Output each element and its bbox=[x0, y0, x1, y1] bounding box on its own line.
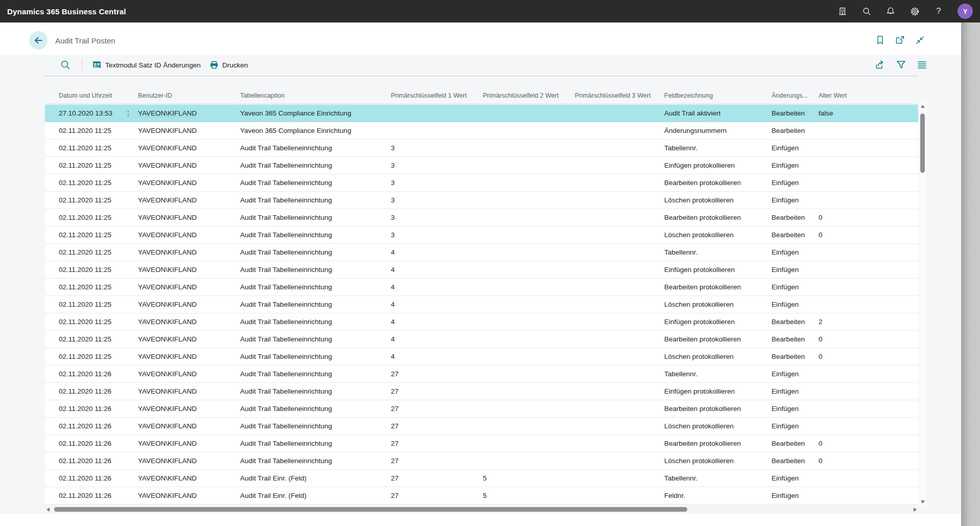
list-view-icon[interactable] bbox=[917, 59, 927, 70]
bookmark-icon[interactable] bbox=[875, 35, 885, 45]
column-header-field[interactable]: Feldbezeichnung bbox=[664, 92, 772, 99]
table-row[interactable]: 02.11.2020 11:25 YAVEON\KIFLAND Audit Tr… bbox=[45, 331, 918, 348]
scroll-down-arrow-icon[interactable] bbox=[921, 500, 925, 504]
table-row[interactable]: 02.11.2020 11:25 YAVEON\KIFLAND Audit Tr… bbox=[45, 261, 918, 279]
table-row[interactable]: 27.10.2020 13:53 YAVEON\KIFLAND Yaveon 3… bbox=[45, 105, 918, 122]
cell-pk1: 27 bbox=[391, 387, 483, 395]
column-header-pk3[interactable]: Primärschlüsselfeld 3 Wert bbox=[575, 92, 664, 99]
table-row[interactable]: 02.11.2020 11:26 YAVEON\KIFLAND Audit Tr… bbox=[45, 435, 918, 452]
cell-oldvalue: 2 bbox=[819, 318, 918, 326]
table-row[interactable]: 02.11.2020 11:25 YAVEON\KIFLAND Yaveon 3… bbox=[45, 122, 918, 140]
cell-field: Tabellennr. bbox=[664, 370, 772, 378]
cell-tablecaption: Audit Trail Tabelleneinrichtung bbox=[240, 162, 391, 169]
table-row[interactable]: 02.11.2020 11:26 YAVEON\KIFLAND Audit Tr… bbox=[45, 470, 918, 487]
vertical-scrollbar-thumb[interactable] bbox=[920, 113, 925, 173]
cell-datetime: 02.11.2020 11:25 bbox=[59, 266, 138, 273]
table-row[interactable]: 02.11.2020 11:25 YAVEON\KIFLAND Audit Tr… bbox=[45, 296, 918, 313]
scroll-up-arrow-icon[interactable] bbox=[921, 105, 925, 108]
cell-user[interactable]: YAVEON\KIFLAND bbox=[138, 162, 240, 169]
horizontal-scrollbar[interactable] bbox=[45, 506, 918, 513]
table-row[interactable]: 02.11.2020 11:25 YAVEON\KIFLAND Audit Tr… bbox=[45, 348, 918, 365]
table-row[interactable]: 02.11.2020 11:25 YAVEON\KIFLAND Audit Tr… bbox=[45, 244, 918, 261]
cell-user[interactable]: YAVEON\KIFLAND bbox=[138, 318, 240, 326]
column-header-user[interactable]: Benutzer-ID bbox=[138, 92, 240, 99]
column-header-oldvalue[interactable]: Alter Wert bbox=[819, 92, 918, 99]
textmodul-action-button[interactable]: Textmodul Satz ID Änderungen bbox=[92, 55, 201, 75]
cell-user[interactable]: YAVEON\KIFLAND bbox=[138, 283, 240, 291]
table-row[interactable]: 02.11.2020 11:26 YAVEON\KIFLAND Audit Tr… bbox=[45, 487, 918, 505]
notifications-icon[interactable] bbox=[885, 6, 896, 16]
share-icon[interactable] bbox=[875, 59, 885, 70]
back-button[interactable] bbox=[29, 31, 48, 50]
cell-user[interactable]: YAVEON\KIFLAND bbox=[138, 405, 240, 413]
table-row[interactable]: 02.11.2020 11:25 YAVEON\KIFLAND Audit Tr… bbox=[45, 313, 918, 331]
settings-icon[interactable] bbox=[909, 6, 920, 16]
table-row[interactable]: 02.11.2020 11:26 YAVEON\KIFLAND Audit Tr… bbox=[45, 400, 918, 418]
cell-field: Einfügen protokollieren bbox=[664, 318, 772, 326]
collapse-icon[interactable] bbox=[915, 35, 925, 45]
kebab-menu-icon[interactable]: ⋮ bbox=[125, 109, 132, 118]
cell-changetype: Einfügen bbox=[772, 474, 819, 482]
column-header-changetype[interactable]: Änderungs... bbox=[772, 92, 819, 99]
avatar[interactable]: Y bbox=[958, 4, 973, 19]
cell-user[interactable]: YAVEON\KIFLAND bbox=[138, 440, 240, 447]
cell-user[interactable]: YAVEON\KIFLAND bbox=[138, 474, 240, 482]
column-header-pk1[interactable]: Primärschlüsselfeld 1 Wert bbox=[391, 92, 483, 99]
vertical-scrollbar[interactable] bbox=[919, 101, 926, 507]
table-row[interactable]: 02.11.2020 11:25 YAVEON\KIFLAND Audit Tr… bbox=[45, 192, 918, 209]
table-row[interactable]: 02.11.2020 11:25 YAVEON\KIFLAND Audit Tr… bbox=[45, 140, 918, 157]
cell-user[interactable]: YAVEON\KIFLAND bbox=[138, 266, 240, 273]
cell-field: Bearbeiten protokollieren bbox=[664, 283, 772, 291]
bottom-strip bbox=[0, 514, 961, 526]
column-header-pk2[interactable]: Primärschlüsselfeld 2 Wert bbox=[483, 92, 575, 99]
scroll-right-arrow-icon[interactable] bbox=[914, 508, 917, 512]
table-row[interactable]: 02.11.2020 11:26 YAVEON\KIFLAND Audit Tr… bbox=[45, 365, 918, 383]
cell-user[interactable]: YAVEON\KIFLAND bbox=[138, 387, 240, 395]
cell-user[interactable]: YAVEON\KIFLAND bbox=[138, 144, 240, 152]
scroll-left-arrow-icon[interactable] bbox=[46, 508, 50, 512]
company-icon[interactable] bbox=[837, 6, 848, 16]
print-action-button[interactable]: Drucken bbox=[209, 55, 248, 75]
cell-user[interactable]: YAVEON\KIFLAND bbox=[138, 353, 240, 360]
table-row[interactable]: 02.11.2020 11:25 YAVEON\KIFLAND Audit Tr… bbox=[45, 226, 918, 244]
open-in-new-window-icon[interactable] bbox=[895, 35, 905, 45]
table-row[interactable]: 02.11.2020 11:25 YAVEON\KIFLAND Audit Tr… bbox=[45, 157, 918, 174]
table-row[interactable]: 02.11.2020 11:25 YAVEON\KIFLAND Audit Tr… bbox=[45, 174, 918, 192]
cell-tablecaption: Yaveon 365 Compliance Einrichtung bbox=[240, 109, 391, 117]
cell-user[interactable]: YAVEON\KIFLAND bbox=[138, 370, 240, 378]
cell-user[interactable]: YAVEON\KIFLAND bbox=[138, 422, 240, 430]
filter-icon[interactable] bbox=[896, 59, 906, 70]
cell-datetime: 02.11.2020 11:25 bbox=[59, 318, 138, 326]
cell-user[interactable]: YAVEON\KIFLAND bbox=[138, 231, 240, 239]
table-row[interactable]: 02.11.2020 11:25 YAVEON\KIFLAND Audit Tr… bbox=[45, 279, 918, 296]
cell-user[interactable]: YAVEON\KIFLAND bbox=[138, 457, 240, 465]
cell-user[interactable]: YAVEON\KIFLAND bbox=[138, 109, 240, 117]
cell-tablecaption: Yaveon 365 Compliance Einrichtung bbox=[240, 127, 391, 134]
cell-tablecaption: Audit Trail Tabelleneinrichtung bbox=[240, 318, 391, 326]
table-row[interactable]: 02.11.2020 11:26 YAVEON\KIFLAND Audit Tr… bbox=[45, 452, 918, 470]
column-header-datetime[interactable]: Datum und Uhrzeit bbox=[59, 92, 138, 99]
search-icon[interactable] bbox=[60, 59, 71, 71]
page-title: Audit Trail Posten bbox=[55, 36, 115, 45]
cell-user[interactable]: YAVEON\KIFLAND bbox=[138, 492, 240, 499]
cell-user[interactable]: YAVEON\KIFLAND bbox=[138, 196, 240, 204]
help-icon[interactable]: ? bbox=[934, 6, 944, 16]
horizontal-scrollbar-thumb[interactable] bbox=[54, 507, 687, 512]
cell-user[interactable]: YAVEON\KIFLAND bbox=[138, 301, 240, 308]
table-row[interactable]: 02.11.2020 11:26 YAVEON\KIFLAND Audit Tr… bbox=[45, 418, 918, 435]
cell-user[interactable]: YAVEON\KIFLAND bbox=[138, 214, 240, 221]
cell-user[interactable]: YAVEON\KIFLAND bbox=[138, 179, 240, 187]
cell-changetype: Bearbeiten bbox=[772, 109, 819, 117]
search-icon[interactable] bbox=[861, 6, 872, 16]
cell-field: Löschen protokollieren bbox=[664, 353, 772, 360]
cell-user[interactable]: YAVEON\KIFLAND bbox=[138, 248, 240, 256]
cell-tablecaption: Audit Trail Tabelleneinrichtung bbox=[240, 405, 391, 413]
cell-changetype: Bearbeiten bbox=[772, 318, 819, 326]
table-row[interactable]: 02.11.2020 11:25 YAVEON\KIFLAND Audit Tr… bbox=[45, 209, 918, 226]
textmodul-action-label: Textmodul Satz ID Änderungen bbox=[105, 61, 201, 69]
cell-tablecaption: Audit Trail Tabelleneinrichtung bbox=[240, 301, 391, 308]
cell-user[interactable]: YAVEON\KIFLAND bbox=[138, 127, 240, 134]
cell-user[interactable]: YAVEON\KIFLAND bbox=[138, 335, 240, 343]
column-header-tablecaption[interactable]: Tabellencaption bbox=[240, 92, 391, 99]
table-row[interactable]: 02.11.2020 11:26 YAVEON\KIFLAND Audit Tr… bbox=[45, 383, 918, 400]
